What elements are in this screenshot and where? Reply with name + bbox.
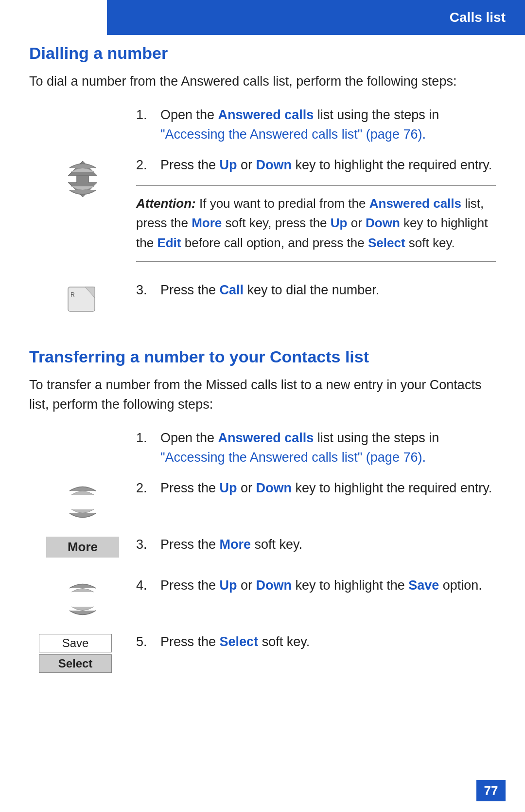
step-num-1-1: 1. bbox=[136, 105, 160, 144]
step-row-1-3: 3. Press the Call key to dial the number… bbox=[136, 280, 496, 300]
step-num-1-3: 3. bbox=[136, 280, 160, 300]
section2-intro: To transfer a number from the Missed cal… bbox=[29, 375, 496, 415]
up-attn: Up bbox=[331, 216, 348, 230]
down-key-1: Down bbox=[256, 158, 292, 172]
accessing-link-1: "Accessing the Answered calls list" (pag… bbox=[160, 127, 426, 142]
answered-calls-attn: Answered calls bbox=[369, 196, 461, 211]
accessing-link-s2: "Accessing the Answered calls list" (pag… bbox=[160, 450, 426, 465]
step-num-2-1: 1. bbox=[136, 428, 160, 468]
section1-step2-text: 2. Press the Up or Down key to highlight… bbox=[136, 155, 496, 270]
more-btn-col: More bbox=[29, 535, 136, 558]
step-row-1-2: 2. Press the Up or Down key to highlight… bbox=[136, 155, 496, 175]
divider-2 bbox=[136, 261, 496, 262]
section2-step1: 1. Open the Answered calls list using th… bbox=[136, 428, 496, 468]
section2-step4-text: 4. Press the Up or Down key to highlight… bbox=[136, 576, 496, 606]
section1-step1-area: 1. Open the Answered calls list using th… bbox=[136, 105, 496, 144]
nav-key-icon-s2 bbox=[61, 480, 105, 524]
main-content: Dialling a number To dial a number from … bbox=[29, 39, 496, 773]
step-row-2-4: 4. Press the Up or Down key to highlight… bbox=[136, 576, 496, 595]
down-attn: Down bbox=[366, 216, 400, 230]
save-select-stack: Save Select bbox=[39, 634, 112, 673]
step-num-1-2: 2. bbox=[136, 155, 160, 175]
section1-step1: 1. Open the Answered calls list using th… bbox=[136, 105, 496, 144]
select-key-label: Select bbox=[220, 634, 259, 649]
step-text-2-1: Open the Answered calls list using the s… bbox=[160, 428, 496, 468]
section2-step1-area: 1. Open the Answered calls list using th… bbox=[136, 428, 496, 468]
section2-step4-area: 4. Press the Up or Down key to highlight… bbox=[29, 576, 496, 621]
step-text-2-2: Press the Up or Down key to highlight th… bbox=[160, 478, 496, 498]
call-key-icon: R bbox=[66, 282, 100, 316]
section2-step3-text: 3. Press the More soft key. bbox=[136, 535, 496, 565]
nav-icon-col-s2 bbox=[29, 478, 136, 524]
section2-heading: Transferring a number to your Contacts l… bbox=[29, 347, 496, 366]
attention-box: Attention: If you want to predial from t… bbox=[136, 194, 496, 253]
section2-step2-text: 2. Press the Up or Down key to highlight… bbox=[136, 478, 496, 509]
section-gap bbox=[29, 327, 496, 343]
nav-key-icon-s2-4 bbox=[61, 577, 105, 621]
select-button[interactable]: Select bbox=[39, 654, 112, 673]
up-key-1: Up bbox=[220, 158, 237, 172]
more-key-label: More bbox=[220, 537, 251, 552]
header-title: Calls list bbox=[450, 10, 506, 25]
step-text-2-5: Press the Select soft key. bbox=[160, 632, 496, 652]
call-key-label: Call bbox=[220, 283, 244, 297]
nav-icon-col-s2-4 bbox=[29, 576, 136, 621]
save-option-label: Save bbox=[408, 578, 439, 593]
section1-step3-text: 3. Press the Call key to dial the number… bbox=[136, 280, 496, 311]
step-row-2-2: 2. Press the Up or Down key to highlight… bbox=[136, 478, 496, 498]
section1-heading: Dialling a number bbox=[29, 44, 496, 63]
step-row-2-3: 3. Press the More soft key. bbox=[136, 535, 496, 555]
section2-step3-area: More 3. Press the More soft key. bbox=[29, 535, 496, 565]
section1-step3-area: R 3. Press the Call key to dial the numb… bbox=[29, 280, 496, 316]
edit-attn: Edit bbox=[157, 235, 181, 250]
section1-intro: To dial a number from the Answered calls… bbox=[29, 72, 496, 91]
nav-key-icon-1 bbox=[61, 157, 105, 201]
up-key-s2-4: Up bbox=[220, 578, 237, 593]
header-bar: Calls list bbox=[107, 0, 525, 35]
svg-text:R: R bbox=[70, 291, 75, 298]
call-icon-col: R bbox=[29, 280, 136, 316]
more-attn: More bbox=[192, 216, 222, 230]
page-number: 77 bbox=[476, 780, 506, 801]
divider-1 bbox=[136, 185, 496, 186]
step-num-2-2: 2. bbox=[136, 478, 160, 498]
step-row-2-5: 5. Press the Select soft key. bbox=[136, 632, 496, 652]
up-key-s2: Up bbox=[220, 481, 237, 495]
down-key-s2-4: Down bbox=[256, 578, 292, 593]
section2-step2-area: 2. Press the Up or Down key to highlight… bbox=[29, 478, 496, 524]
answered-calls-link-1: Answered calls bbox=[218, 108, 314, 122]
step-num-2-3: 3. bbox=[136, 535, 160, 555]
answered-calls-s2: Answered calls bbox=[218, 431, 314, 445]
section2-step5-area: Save Select 5. Press the Select soft key… bbox=[29, 632, 496, 673]
attention-label: Attention: bbox=[136, 196, 196, 211]
select-attn: Select bbox=[368, 235, 405, 250]
more-button[interactable]: More bbox=[46, 537, 119, 558]
section1-step2-area: 2. Press the Up or Down key to highlight… bbox=[29, 155, 496, 270]
down-key-s2: Down bbox=[256, 481, 292, 495]
save-select-col: Save Select bbox=[29, 632, 136, 673]
step-text-1-2: Press the Up or Down key to highlight th… bbox=[160, 155, 496, 175]
step-num-2-4: 4. bbox=[136, 576, 160, 595]
step-num-2-5: 5. bbox=[136, 632, 160, 652]
step-text-1-3: Press the Call key to dial the number. bbox=[160, 280, 496, 300]
step-text-2-3: Press the More soft key. bbox=[160, 535, 496, 555]
step-text-1-1: Open the Answered calls list using the s… bbox=[160, 105, 496, 144]
nav-icon-col-1 bbox=[29, 155, 136, 201]
step-text-2-4: Press the Up or Down key to highlight th… bbox=[160, 576, 496, 595]
save-button[interactable]: Save bbox=[39, 634, 112, 652]
section2-step5-text: 5. Press the Select soft key. bbox=[136, 632, 496, 663]
